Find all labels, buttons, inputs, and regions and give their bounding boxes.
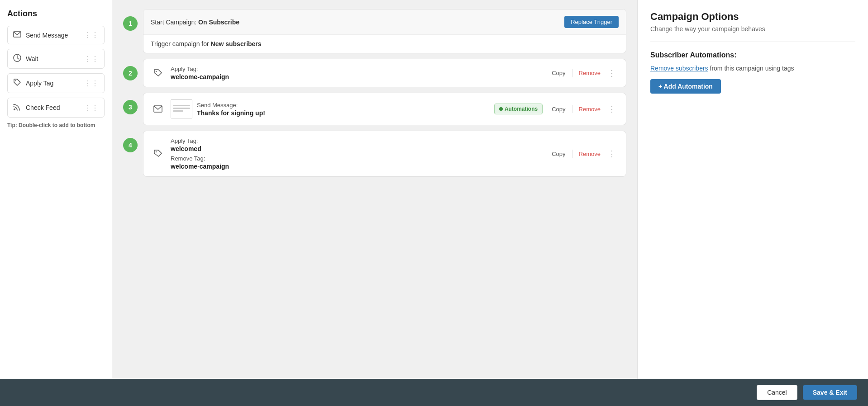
trigger-name: On Subscribe <box>198 19 239 26</box>
tip-bold: Tip: <box>7 122 17 128</box>
step-3-copy-button[interactable]: Copy <box>547 104 570 114</box>
trigger-body-name: New subscribers <box>211 40 262 47</box>
step-1-row: 1 Start Campaign: On Subscribe Replace T… <box>123 9 626 53</box>
step-4-tag-icon <box>151 146 165 161</box>
sidebar-item-check-feed[interactable]: Check Feed ⋮⋮ <box>7 98 105 118</box>
step-3-remove-button[interactable]: Remove <box>574 104 605 114</box>
step-4-number: 4 <box>123 138 138 152</box>
step-4-apply-label: Apply Tag: <box>171 137 547 144</box>
panel-divider <box>650 42 855 42</box>
sidebar-item-wait[interactable]: Wait ⋮⋮ <box>7 49 105 69</box>
wait-label: Wait <box>26 55 38 62</box>
panel-title: Campaign Options <box>650 11 855 23</box>
step-3-divider <box>572 105 572 113</box>
step-1-card: Start Campaign: On Subscribe Replace Tri… <box>143 9 626 53</box>
svg-point-4 <box>156 71 157 71</box>
tag-icon <box>13 78 21 88</box>
step-3-content: Send Message: Thanks for signing up! Aut… <box>143 93 626 125</box>
automations-label: Automations <box>505 106 538 112</box>
save-exit-button[interactable]: Save & Exit <box>803 385 857 400</box>
step-2-row: 2 Apply Tag: welcome-campaign Copy <box>123 59 626 87</box>
step-3-envelope-icon <box>151 102 165 116</box>
trigger-body: Trigger campaign for New subscribers <box>143 35 626 53</box>
send-message-label: Send Message <box>26 32 68 39</box>
footer: Cancel Save & Exit <box>0 379 868 406</box>
drag-handle: ⋮⋮ <box>84 31 99 39</box>
step-3-text: Send Message: Thanks for signing up! <box>197 102 494 117</box>
step-2-remove-button[interactable]: Remove <box>574 68 605 78</box>
step-3-actions: Automations Copy Remove ⋮ <box>494 102 619 116</box>
svg-point-3 <box>14 109 15 110</box>
message-preview <box>171 99 192 118</box>
step-4-card: Apply Tag: welcomed Remove Tag: welcome-… <box>143 131 626 177</box>
add-automation-button[interactable]: + Add Automation <box>650 79 721 94</box>
panel-section-title: Subscriber Automations: <box>650 51 855 59</box>
automations-dot <box>499 107 503 111</box>
step-4-divider <box>572 150 572 158</box>
step-4-more-button[interactable]: ⋮ <box>605 147 619 161</box>
step-2-copy-button[interactable]: Copy <box>547 68 570 78</box>
step-2-number: 2 <box>123 66 138 80</box>
trigger-header: Start Campaign: On Subscribe Replace Tri… <box>143 9 626 35</box>
svg-point-6 <box>156 151 157 152</box>
remove-subscribers-link[interactable]: Remove subscribers <box>650 65 708 72</box>
replace-trigger-button[interactable]: Replace Trigger <box>564 16 619 28</box>
step-3-label: Send Message: <box>197 102 494 109</box>
preview-line-3 <box>173 110 183 112</box>
step-4-remove-button[interactable]: Remove <box>574 149 605 159</box>
trigger-body-prefix: Trigger campaign for <box>151 40 211 47</box>
sidebar-item-apply-tag[interactable]: Apply Tag ⋮⋮ <box>7 73 105 93</box>
step-4-remove-label2: Remove Tag: <box>171 155 547 162</box>
step-3-name: Thanks for signing up! <box>197 109 494 117</box>
step-4-row: 4 Apply Tag: welcomed Remove Tag: welcom… <box>123 131 626 177</box>
main-content: 1 Start Campaign: On Subscribe Replace T… <box>112 0 637 379</box>
preview-line-1 <box>173 105 190 106</box>
envelope-icon <box>13 31 21 39</box>
sidebar-title: Actions <box>7 9 105 19</box>
trigger-prefix: Start Campaign: <box>151 19 198 26</box>
step-3-number: 3 <box>123 100 138 114</box>
tip-content: Double-click to add to bottom <box>17 122 95 128</box>
panel-body-suffix: from this campaign using tags <box>708 65 794 72</box>
check-feed-label: Check Feed <box>26 104 60 111</box>
svg-point-2 <box>15 80 16 81</box>
right-panel: Campaign Options Change the way your cam… <box>637 0 868 379</box>
step-2-more-button[interactable]: ⋮ <box>605 66 619 80</box>
drag-handle: ⋮⋮ <box>84 55 99 63</box>
step-3-card: Send Message: Thanks for signing up! Aut… <box>143 93 626 125</box>
preview-line-2 <box>173 108 190 109</box>
step-4-actions: Copy Remove ⋮ <box>547 147 619 161</box>
step-2-text: Apply Tag: welcome-campaign <box>171 66 547 80</box>
step-1-number: 1 <box>123 16 138 31</box>
feed-icon <box>13 103 21 113</box>
step-2-actions: Copy Remove ⋮ <box>547 66 619 80</box>
panel-subtitle: Change the way your campaign behaves <box>650 25 855 33</box>
step-4-copy-button[interactable]: Copy <box>547 149 570 159</box>
step-4-remove-name: welcome-campaign <box>171 163 547 170</box>
panel-body-text: Remove subscribers from this campaign us… <box>650 65 855 72</box>
trigger-title: Start Campaign: On Subscribe <box>151 19 239 26</box>
step-2-divider <box>572 69 572 77</box>
step-2-label: Apply Tag: <box>171 66 547 72</box>
automations-badge-button[interactable]: Automations <box>494 104 543 114</box>
apply-tag-label: Apply Tag <box>26 80 53 87</box>
step-2-card: Apply Tag: welcome-campaign Copy Remove … <box>143 59 626 87</box>
drag-handle: ⋮⋮ <box>84 79 99 88</box>
step-2-content: Apply Tag: welcome-campaign Copy Remove … <box>143 59 626 87</box>
step-2-tag-icon <box>151 66 165 80</box>
drag-handle: ⋮⋮ <box>84 104 99 112</box>
step-4-text: Apply Tag: welcomed Remove Tag: welcome-… <box>171 137 547 170</box>
step-3-row: 3 Send Message: <box>123 93 626 125</box>
step-4-apply-name: welcomed <box>171 145 547 152</box>
step-4-content: Apply Tag: welcomed Remove Tag: welcome-… <box>143 131 626 176</box>
step-2-name: welcome-campaign <box>171 73 547 80</box>
step-3-more-button[interactable]: ⋮ <box>605 102 619 116</box>
sidebar-item-send-message[interactable]: Send Message ⋮⋮ <box>7 26 105 44</box>
tip-text: Tip: Double-click to add to bottom <box>7 122 105 128</box>
clock-icon <box>13 54 21 64</box>
cancel-button[interactable]: Cancel <box>757 385 797 400</box>
sidebar: Actions Send Message ⋮⋮ <box>0 0 112 379</box>
